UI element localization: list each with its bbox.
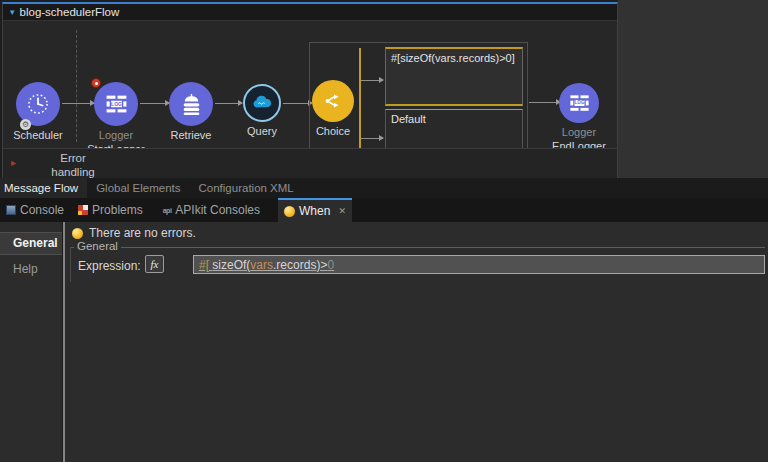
flow-container: ▾ blog-schedulerFlow ⚙ Scheduler: [2, 2, 618, 178]
sidebar-separator-handle[interactable]: [63, 222, 65, 462]
default-branch-text: Default: [391, 113, 426, 125]
tab-console[interactable]: Console: [2, 198, 74, 222]
tab-configuration-xml[interactable]: Configuration XML: [190, 178, 303, 198]
retrieve-icon[interactable]: [169, 82, 213, 126]
error-handling-collapse-icon[interactable]: ▸: [11, 158, 16, 168]
general-group-border-left: [70, 247, 71, 282]
close-icon[interactable]: ✕: [338, 206, 346, 216]
flow-title: blog-schedulerFlow: [20, 6, 120, 18]
when-icon: [284, 206, 295, 217]
validation-status-row: There are no errors.: [72, 226, 196, 240]
fx-expression-button[interactable]: fx: [145, 255, 164, 273]
node-label: Choice: [316, 125, 350, 138]
flow-node-endlogger[interactable]: LOG Logger EndLogger: [534, 83, 624, 153]
apikit-icon: api: [163, 207, 172, 214]
tab-label: Problems: [92, 203, 143, 217]
svg-text:LOG: LOG: [111, 100, 122, 106]
logger-icon[interactable]: LOG: [559, 83, 599, 123]
problems-icon: [78, 205, 88, 215]
properties-sidebar: General Help: [0, 222, 62, 462]
status-ok-icon: [72, 228, 83, 239]
console-tab-bar: Console Problems api APIkit Consoles Whe…: [0, 198, 768, 222]
general-group-label: General: [74, 240, 121, 253]
editor-view-tabs: Message Flow Global Elements Configurati…: [0, 178, 768, 198]
tab-apikit-consoles[interactable]: api APIkit Consoles: [159, 198, 270, 222]
editor-background: [618, 0, 768, 178]
choice-when-branch[interactable]: #[sizeOf(vars.records)>0]: [385, 47, 523, 106]
tab-message-flow[interactable]: Message Flow: [0, 178, 87, 198]
svg-text:LOG: LOG: [574, 100, 584, 105]
expression-input[interactable]: #[ sizeOf(vars.records)>0: [193, 255, 765, 274]
tab-when[interactable]: When ✕: [278, 198, 352, 222]
salesforce-query-icon[interactable]: [243, 84, 281, 122]
error-badge-icon: [91, 78, 101, 88]
tab-label: Console: [20, 203, 64, 217]
node-type-label: Logger: [562, 126, 596, 139]
choice-icon[interactable]: [312, 80, 354, 122]
logger-icon[interactable]: LOG: [94, 82, 138, 126]
flow-title-bar[interactable]: ▾ blog-schedulerFlow: [3, 4, 617, 21]
error-handling-section[interactable]: ▸ Error handling: [3, 148, 617, 180]
tab-global-elements[interactable]: Global Elements: [87, 178, 189, 198]
when-condition-text: #[sizeOf(vars.records)>0]: [391, 52, 515, 64]
properties-panel: General Help There are no errors. Genera…: [0, 222, 768, 462]
collapse-arrow-icon[interactable]: ▾: [10, 8, 15, 17]
node-label: Retrieve: [171, 129, 212, 142]
console-icon: [6, 205, 16, 215]
node-type-label: Logger: [99, 129, 133, 142]
node-label: Scheduler: [13, 129, 63, 142]
status-text: There are no errors.: [89, 226, 196, 240]
gear-icon: ⚙: [20, 119, 31, 130]
node-label: Query: [247, 125, 277, 138]
expression-text: #[ sizeOf(vars.records)>0: [199, 258, 334, 272]
branch-arrow: [361, 138, 383, 139]
error-handling-label: Error handling: [31, 151, 115, 179]
sidebar-item-help[interactable]: Help: [0, 259, 62, 280]
flow-canvas[interactable]: ⚙ Scheduler LOG: [3, 22, 617, 148]
expression-label: Expression:: [78, 259, 141, 273]
tab-problems[interactable]: Problems: [74, 198, 153, 222]
tab-label: When: [299, 204, 330, 218]
anypoint-studio-window: ▾ blog-schedulerFlow ⚙ Scheduler: [0, 0, 768, 462]
scheduler-icon[interactable]: ⚙: [16, 82, 60, 126]
tab-label: APIkit Consoles: [175, 203, 260, 217]
sidebar-item-general[interactable]: General: [0, 232, 62, 255]
properties-content: There are no errors. General Expression:…: [67, 222, 768, 462]
general-group-border: [70, 247, 765, 248]
flow-node-choice[interactable]: Choice: [288, 80, 378, 138]
